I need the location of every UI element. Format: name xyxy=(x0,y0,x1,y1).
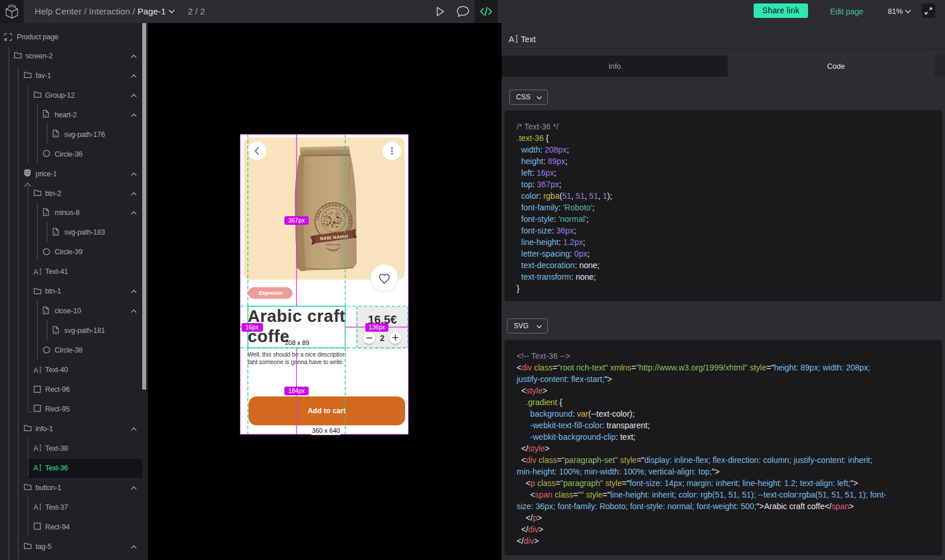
svg-text:A: A xyxy=(34,268,38,275)
svg-text:A: A xyxy=(34,366,38,373)
svg-text:A: A xyxy=(34,444,38,451)
svg-text:A: A xyxy=(34,503,38,510)
svg-text:A: A xyxy=(34,464,38,471)
svg-text:A: A xyxy=(509,35,514,43)
